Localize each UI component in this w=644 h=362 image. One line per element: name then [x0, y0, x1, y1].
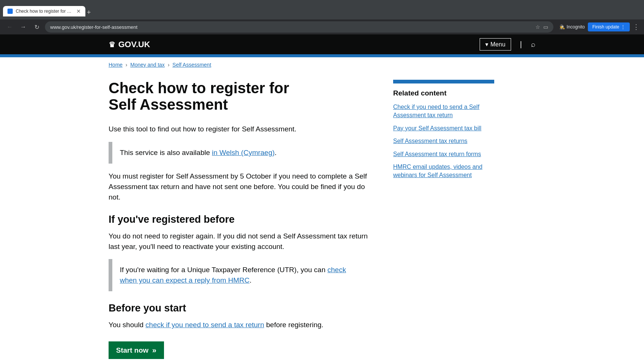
separator: | [520, 40, 522, 49]
registered-before-heading: If you've registered before [109, 214, 371, 225]
utr-inset: If you're waiting for a Unique Taxpayer … [109, 259, 371, 291]
crown-icon: ♛ [109, 40, 115, 49]
related-link-4[interactable]: Self Assessment tax return forms [393, 151, 481, 157]
breadcrumb-money-tax: Money and tax [130, 62, 170, 68]
browser-right-icons: 🕵 Incognito Finish update ⋮ ⋮ [559, 22, 640, 31]
list-item: HMRC email updates, videos and webinars … [393, 163, 494, 180]
forward-button[interactable]: → [18, 22, 28, 32]
related-link-5[interactable]: HMRC email updates, videos and webinars … [393, 164, 482, 178]
before-start-suffix: before registering. [264, 321, 323, 329]
related-content-title: Related content [393, 89, 494, 97]
list-item: Self Assessment tax returns [393, 137, 494, 145]
address-bar[interactable]: www.gov.uk/register-for-self-assessment … [45, 21, 553, 33]
menu-button[interactable]: ▾ Menu [480, 38, 511, 51]
related-link-3[interactable]: Self Assessment tax returns [393, 138, 467, 144]
govuk-logo-text: GOV.UK [118, 40, 150, 49]
tab-title: Check how to register for Self [16, 9, 73, 14]
reload-button[interactable]: ↻ [31, 22, 42, 32]
utr-prefix: If you're waiting for a Unique Taxpayer … [120, 266, 328, 274]
finish-update-label: Finish update [592, 24, 619, 30]
start-now-button[interactable]: Start now » [109, 341, 164, 359]
welsh-link[interactable]: in Welsh (Cymraeg) [212, 149, 275, 156]
breadcrumb-home: Home [109, 62, 127, 68]
welsh-suffix: . [275, 149, 277, 156]
breadcrumb-self-assessment: Self Assessment [173, 62, 212, 68]
chrome-menu-icon[interactable]: ⋮ [633, 23, 640, 31]
page-title: Check how to register for Self Assessmen… [109, 80, 371, 113]
page-title-line2: Self Assessment [109, 96, 228, 113]
tab-favicon [7, 9, 13, 14]
finish-update-icon: ⋮ [621, 24, 625, 30]
incognito-icon: 🕵 [559, 24, 565, 30]
main-content: Check how to register for Self Assessmen… [97, 72, 547, 362]
intro-text-content: Use this tool to find out how to registe… [109, 125, 297, 133]
address-text: www.gov.uk/register-for-self-assessment [50, 24, 532, 30]
list-item: Check if you need to send a Self Assessm… [393, 103, 494, 120]
start-now-label: Start now [116, 346, 149, 355]
welsh-inset: This service is also available in Welsh … [109, 142, 371, 164]
cast-icon[interactable]: ▭ [543, 24, 548, 30]
list-item: Self Assessment tax return forms [393, 150, 494, 158]
related-content-list: Check if you need to send a Self Assessm… [393, 103, 494, 180]
header-nav: ▾ Menu | ⌕ [480, 38, 535, 51]
intro-text: Use this tool to find out how to registe… [109, 124, 371, 134]
progress-bar [0, 54, 644, 57]
breadcrumb-self-assessment-link[interactable]: Self Assessment [173, 62, 212, 68]
welsh-prefix: This service is also available [120, 149, 212, 156]
check-tax-return-link[interactable]: check if you need to send a tax return [146, 321, 264, 329]
page-title-line1: Check how to register for [109, 80, 289, 96]
related-content: Related content Check if you need to sen… [393, 80, 494, 180]
incognito-label: Incognito [566, 24, 585, 30]
list-item: Pay your Self Assessment tax bill [393, 124, 494, 133]
registered-before-text: You do not need to register again. If yo… [109, 231, 371, 252]
tab-close-button[interactable]: ✕ [76, 8, 81, 14]
related-link-2[interactable]: Pay your Self Assessment tax bill [393, 125, 482, 131]
menu-label: Menu [490, 41, 505, 48]
govuk-logo[interactable]: ♛ GOV.UK [109, 40, 150, 49]
breadcrumb-money-tax-link[interactable]: Money and tax [130, 62, 165, 68]
before-start-text: You should check if you need to send a t… [109, 320, 371, 330]
browser-chrome: Check how to register for Self ✕ + [0, 0, 644, 19]
utr-suffix: . [249, 276, 251, 284]
new-tab-button[interactable]: + [87, 9, 91, 16]
search-icon: ⌕ [531, 40, 535, 48]
before-start-heading: Before you start [109, 302, 371, 314]
finish-update-button[interactable]: Finish update ⋮ [588, 22, 630, 31]
before-start-prefix: You should [109, 321, 146, 329]
bookmark-icon[interactable]: ☆ [535, 24, 540, 30]
chevron-down-icon: ▾ [485, 41, 488, 48]
search-button[interactable]: ⌕ [531, 40, 535, 49]
related-link-1[interactable]: Check if you need to send a Self Assessm… [393, 104, 479, 118]
register-text: You must register for Self Assessment by… [109, 171, 371, 203]
start-now-arrow-icon: » [152, 346, 157, 355]
page-content: Check how to register for Self Assessmen… [109, 80, 371, 359]
govuk-header: ♛ GOV.UK ▾ Menu | ⌕ [0, 34, 644, 54]
breadcrumb-home-link[interactable]: Home [109, 62, 122, 68]
active-tab[interactable]: Check how to register for Self ✕ [3, 6, 85, 16]
incognito-indicator: 🕵 Incognito [559, 24, 585, 30]
related-content-sidebar: Related content Check if you need to sen… [393, 80, 494, 359]
breadcrumb: Home Money and tax Self Assessment [97, 57, 547, 72]
tab-bar: Check how to register for Self ✕ + [3, 3, 91, 16]
browser-controls: ← → ↻ www.gov.uk/register-for-self-asses… [0, 19, 644, 34]
back-button[interactable]: ← [4, 22, 15, 32]
